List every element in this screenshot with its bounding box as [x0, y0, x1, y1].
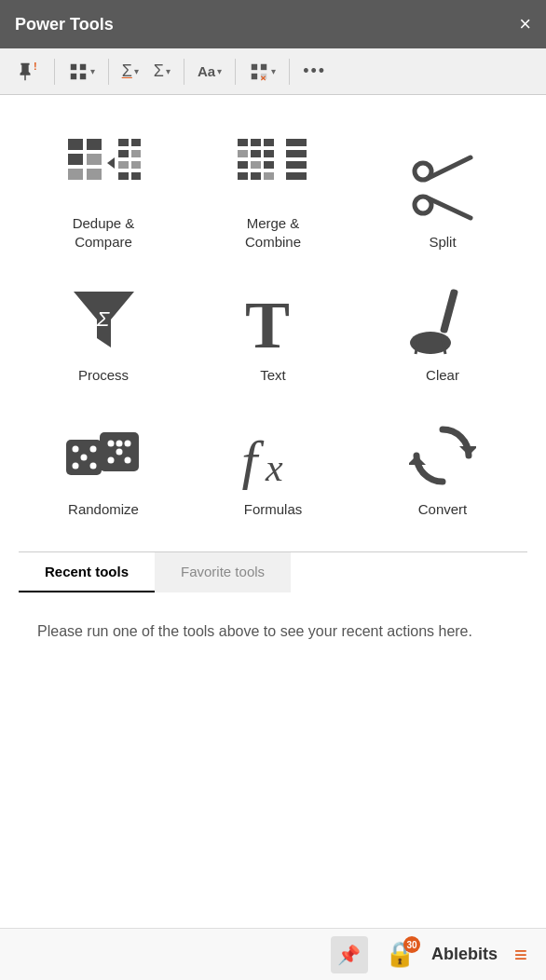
svg-rect-10 — [87, 139, 102, 150]
svg-rect-4 — [252, 63, 257, 69]
tool-dedupe[interactable]: Dedupe &Compare — [19, 114, 188, 265]
pin-icon — [15, 61, 35, 82]
svg-point-56 — [73, 462, 79, 469]
text-icon: T — [236, 284, 310, 359]
svg-rect-31 — [251, 161, 261, 169]
svg-rect-25 — [251, 139, 261, 146]
dedupe-icon — [66, 132, 141, 207]
randomize-label: Randomize — [68, 500, 139, 519]
svg-point-57 — [90, 462, 97, 469]
svg-marker-68 — [459, 446, 476, 456]
svg-rect-2 — [70, 73, 75, 78]
toolbar-sigma-underline-button[interactable]: Σ ▾ — [116, 58, 144, 85]
svg-rect-35 — [264, 172, 274, 180]
badge-button[interactable]: 🔒 30 — [385, 940, 415, 969]
toolbar-separator-2 — [108, 59, 109, 85]
toolbar-more-button[interactable]: ••• — [297, 58, 332, 85]
svg-line-43 — [429, 198, 471, 218]
app-title: Power Tools — [15, 15, 114, 34]
dedupe-label: Dedupe &Compare — [73, 214, 135, 251]
close-button[interactable]: × — [519, 14, 531, 34]
split-icon — [405, 151, 480, 225]
text-label: Text — [260, 366, 286, 385]
tool-text[interactable]: T Text — [188, 265, 358, 400]
merge-label: Merge &Combine — [245, 214, 301, 251]
tool-clear[interactable]: Clear — [358, 265, 527, 400]
svg-point-53 — [73, 445, 79, 452]
sigma-underline-icon: Σ — [122, 61, 132, 81]
formulas-icon: f x — [236, 418, 310, 493]
bottom-bar: 📌 🔒 30 Ablebits ≡ — [0, 928, 546, 980]
merge-icon — [236, 132, 310, 207]
svg-text:x: x — [265, 446, 283, 489]
menu-icon: ≡ — [514, 942, 527, 968]
clear-icon — [405, 284, 480, 359]
tab-content-recent: Please run one of the tools above to see… — [19, 592, 527, 760]
tool-process[interactable]: Σ Process — [19, 265, 188, 400]
svg-point-59 — [108, 440, 115, 446]
toolbar: ! ▾ Σ ▾ Σ ▾ Aa ▾ ✕ ▾ — [0, 48, 546, 95]
sigma-icon: Σ — [154, 61, 164, 81]
svg-rect-1 — [80, 63, 86, 69]
svg-rect-13 — [68, 169, 83, 180]
grid-chevron-icon: ▾ — [90, 66, 95, 76]
svg-rect-29 — [264, 150, 274, 157]
svg-point-62 — [108, 456, 115, 463]
svg-text:✕: ✕ — [261, 74, 267, 81]
svg-rect-6 — [252, 73, 257, 78]
svg-rect-0 — [70, 63, 75, 69]
tabs-container: Recent tools Favorite tools — [19, 551, 527, 592]
sigma-chevron-icon: ▾ — [166, 66, 171, 76]
clear-label: Clear — [426, 366, 459, 385]
toolbar-separator-4 — [235, 59, 236, 85]
convert-icon — [405, 418, 480, 493]
svg-rect-39 — [286, 172, 307, 180]
recent-placeholder: Please run one of the tools above to see… — [37, 623, 472, 639]
menu-button[interactable]: ≡ — [514, 942, 527, 968]
pin-toolbar-icon: 📌 — [337, 944, 361, 966]
toolbar-separator-5 — [289, 59, 290, 85]
toolbar-grid-x-button[interactable]: ✕ ▾ — [243, 58, 281, 86]
svg-rect-33 — [238, 172, 248, 180]
svg-rect-14 — [87, 169, 102, 180]
main-content: Dedupe &Compare — [0, 95, 546, 760]
font-aa-icon: Aa — [198, 63, 215, 79]
svg-point-55 — [90, 445, 97, 452]
tool-convert[interactable]: Convert — [358, 400, 527, 534]
svg-rect-32 — [264, 161, 274, 169]
sigma-underline-chevron-icon: ▾ — [134, 66, 139, 76]
tab-recent[interactable]: Recent tools — [19, 552, 155, 592]
tool-split[interactable]: Split — [358, 114, 527, 265]
svg-text:Σ: Σ — [96, 307, 110, 331]
svg-text:f: f — [241, 429, 265, 490]
svg-point-54 — [81, 454, 88, 460]
svg-rect-26 — [264, 139, 274, 146]
toolbar-font-button[interactable]: Aa ▾ — [192, 60, 227, 83]
toolbar-pin-button[interactable]: ! — [9, 58, 47, 86]
svg-rect-17 — [131, 139, 141, 146]
ablebits-logo: Ablebits — [431, 945, 498, 964]
tool-merge[interactable]: Merge &Combine — [188, 114, 358, 265]
svg-point-64 — [116, 440, 123, 446]
svg-rect-38 — [286, 161, 307, 169]
tool-grid: Dedupe &Compare — [19, 114, 527, 533]
svg-rect-27 — [238, 150, 248, 157]
tool-formulas[interactable]: f x Formulas — [188, 400, 358, 534]
process-icon: Σ — [66, 284, 141, 359]
tab-favorite[interactable]: Favorite tools — [155, 552, 291, 592]
svg-rect-11 — [68, 154, 83, 165]
badge-container: 🔒 30 — [385, 940, 415, 969]
svg-rect-23 — [131, 172, 141, 180]
toolbar-grid-button[interactable]: ▾ — [62, 58, 101, 86]
svg-rect-19 — [131, 150, 141, 157]
svg-text:T: T — [245, 288, 290, 357]
svg-rect-9 — [68, 139, 83, 150]
svg-rect-20 — [118, 161, 129, 169]
svg-rect-16 — [118, 139, 129, 146]
badge-count: 30 — [403, 936, 420, 953]
tool-randomize[interactable]: Randomize — [19, 400, 188, 534]
svg-rect-47 — [440, 288, 458, 333]
toolbar-sigma-button[interactable]: Σ ▾ — [148, 58, 176, 85]
pin-toolbar-button[interactable]: 📌 — [331, 936, 368, 973]
grid-icon — [68, 61, 89, 82]
